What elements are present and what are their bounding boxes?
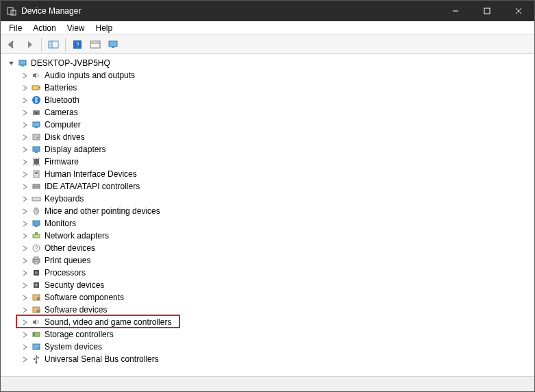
expander-icon[interactable] <box>20 145 29 154</box>
expander-icon[interactable] <box>20 317 29 327</box>
tree-node[interactable]: Processors <box>6 267 534 279</box>
svg-rect-25 <box>33 134 40 140</box>
svg-rect-19 <box>39 87 40 88</box>
tree-node-label: Processors <box>45 268 86 278</box>
expander-icon[interactable] <box>20 280 29 290</box>
hid-icon <box>31 169 42 180</box>
expander-icon[interactable] <box>20 293 29 302</box>
expander-icon[interactable] <box>20 243 29 253</box>
expander-icon[interactable] <box>20 194 29 204</box>
tree-node[interactable]: Display adapters <box>6 143 534 156</box>
tree-node-label: Display adapters <box>45 145 105 154</box>
bluetooth-icon <box>31 95 42 106</box>
svg-rect-52 <box>34 257 38 259</box>
expander-icon[interactable] <box>20 231 29 241</box>
expander-icon[interactable] <box>6 58 16 68</box>
panel-icon <box>48 40 59 49</box>
tree-node[interactable]: Software components <box>6 291 534 304</box>
back-button[interactable] <box>3 36 20 53</box>
storage-icon <box>31 329 42 340</box>
menu-action[interactable]: Action <box>27 22 61 34</box>
app-icon <box>6 5 17 16</box>
expander-icon[interactable] <box>20 219 29 228</box>
device-tree[interactable]: DESKTOP-JVBP5HQ Audio inputs and outputs… <box>1 54 534 376</box>
svg-rect-63 <box>34 333 35 336</box>
tree-node[interactable]: Mice and other pointing devices <box>6 205 534 217</box>
expander-icon[interactable] <box>20 71 29 80</box>
arrow-right-icon <box>25 40 34 49</box>
tree-node[interactable]: Cameras <box>6 106 534 119</box>
expander-icon[interactable] <box>20 354 29 364</box>
tree-node[interactable]: Disk drives <box>6 131 534 143</box>
svg-rect-47 <box>33 234 40 238</box>
maximize-button[interactable] <box>471 1 503 21</box>
help-button[interactable]: ? <box>69 36 86 53</box>
expander-icon[interactable] <box>20 256 29 265</box>
tree-node[interactable]: Sound, video and game controllers <box>6 316 534 328</box>
properties-icon <box>90 40 101 49</box>
svg-rect-8 <box>49 42 51 47</box>
tree-node[interactable]: Universal Serial Bus controllers <box>6 353 534 365</box>
menu-file[interactable]: File <box>3 22 27 34</box>
close-button[interactable] <box>503 1 534 21</box>
tree-node[interactable]: Firmware <box>6 156 534 168</box>
tree-node-label: Computer <box>45 120 81 130</box>
tree-node-label: Other devices <box>45 243 95 253</box>
properties-button[interactable] <box>87 36 103 53</box>
tree-node-label: Firmware <box>45 157 79 167</box>
tree-node[interactable]: Software devices <box>6 304 534 316</box>
computer-icon <box>31 119 42 130</box>
expander-icon[interactable] <box>20 268 29 278</box>
svg-point-61 <box>37 310 40 313</box>
tree-node[interactable]: Storage controllers <box>6 328 534 341</box>
menu-help[interactable]: Help <box>90 22 119 34</box>
tree-root[interactable]: DESKTOP-JVBP5HQ <box>6 57 534 69</box>
speaker-icon <box>31 70 42 81</box>
expander-icon[interactable] <box>20 206 29 216</box>
svg-rect-40 <box>32 197 40 201</box>
svg-rect-0 <box>8 8 13 14</box>
window-title: Device Manager <box>21 6 81 16</box>
expander-icon[interactable] <box>20 95 29 105</box>
expander-icon[interactable] <box>20 182 29 191</box>
forward-button[interactable] <box>21 36 38 53</box>
svg-point-20 <box>32 96 40 104</box>
tree-node-label: Sound, video and game controllers <box>45 317 171 327</box>
svg-rect-3 <box>484 8 490 14</box>
tree-node[interactable]: Print queues <box>6 254 534 267</box>
expander-icon[interactable] <box>20 83 29 93</box>
tree-node[interactable]: Monitors <box>6 217 534 230</box>
svg-rect-17 <box>21 65 24 66</box>
tree-node[interactable]: Batteries <box>6 82 534 94</box>
tree-node-label: Mice and other pointing devices <box>45 206 160 216</box>
tree-node[interactable]: Network adapters <box>6 230 534 242</box>
tree-node[interactable]: Human Interface Devices <box>6 168 534 180</box>
chip-icon <box>31 156 42 167</box>
tree-node[interactable]: Computer <box>6 119 534 131</box>
svg-rect-55 <box>35 271 38 274</box>
expander-icon[interactable] <box>20 132 29 142</box>
expander-icon[interactable] <box>20 342 29 352</box>
expander-icon[interactable] <box>20 330 29 339</box>
svg-rect-18 <box>32 86 39 90</box>
expander-icon[interactable] <box>20 120 29 130</box>
menu-view[interactable]: View <box>62 22 90 34</box>
expander-icon[interactable] <box>20 108 29 117</box>
security-icon <box>31 280 42 291</box>
tree-node[interactable]: Bluetooth <box>6 94 534 106</box>
expander-icon[interactable] <box>20 157 29 167</box>
tree-node[interactable]: Audio inputs and outputs <box>6 69 534 82</box>
tree-node[interactable]: Security devices <box>6 279 534 291</box>
minimize-button[interactable] <box>440 1 471 21</box>
tree-node-label: Disk drives <box>45 132 85 142</box>
tree-node[interactable]: Keyboards <box>6 193 534 205</box>
tree-node[interactable]: ?Other devices <box>6 242 534 254</box>
toolbar-separator <box>41 38 42 51</box>
toolbar-separator <box>65 38 66 51</box>
tree-node[interactable]: IDE ATA/ATAPI controllers <box>6 180 534 193</box>
expander-icon[interactable] <box>20 305 29 315</box>
show-hide-button[interactable] <box>45 36 62 53</box>
tree-node[interactable]: System devices <box>6 341 534 353</box>
displays-button[interactable] <box>105 36 121 53</box>
expander-icon[interactable] <box>20 169 29 179</box>
